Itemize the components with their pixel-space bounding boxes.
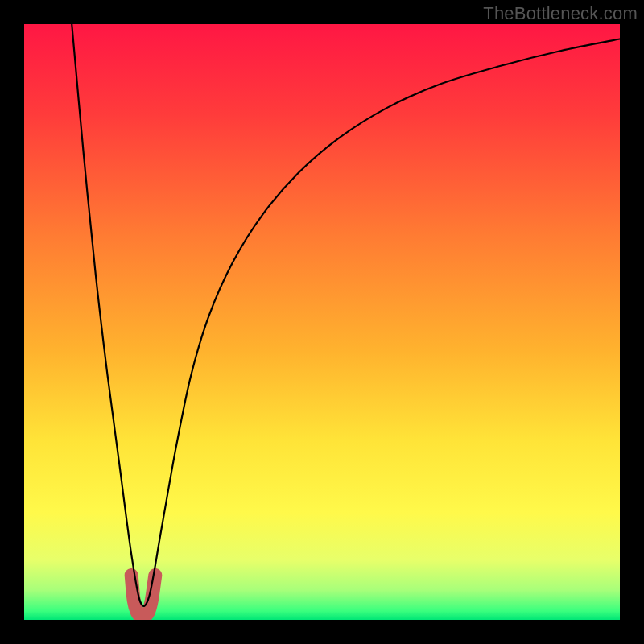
watermark-text: TheBottleneck.com [483,3,638,24]
chart-frame [24,24,620,620]
bottleneck-curve-chart [24,24,620,620]
gradient-background [24,24,620,620]
